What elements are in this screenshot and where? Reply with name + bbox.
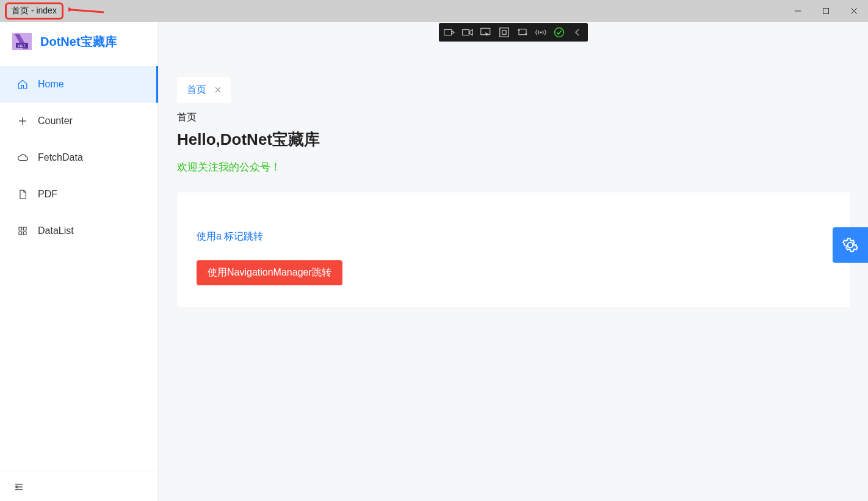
menu-collapse-icon (13, 481, 24, 492)
sidebar-item-label: Home (38, 79, 64, 90)
tab-label: 首页 (187, 84, 206, 97)
body: NET DotNet宝藏库 Home Counter (0, 22, 868, 501)
close-icon (850, 7, 858, 15)
topbar (159, 22, 868, 56)
svg-point-26 (555, 28, 564, 37)
sidebar-footer (0, 472, 158, 501)
debug-toolbar (439, 23, 588, 42)
titlebar: 首页 - index (0, 0, 868, 22)
brand: NET DotNet宝藏库 (0, 22, 158, 61)
sidebar-item-label: DataList (38, 225, 74, 236)
close-icon (215, 87, 221, 93)
nav: Home Counter FetchData (0, 61, 158, 472)
debug-tool-record[interactable] (458, 23, 477, 42)
breadcrumb: 首页 (159, 103, 868, 129)
debug-tool-refresh[interactable] (513, 23, 532, 42)
gear-icon (842, 237, 858, 253)
debug-tool-box[interactable] (495, 23, 513, 42)
sidebar-item-datalist[interactable]: DataList (0, 213, 158, 249)
content: 首页 首页 Hello,DotNet宝藏库 欢迎关注我的公众号！ 使用a 标记跳… (159, 22, 868, 501)
page-body: 首页 首页 Hello,DotNet宝藏库 欢迎关注我的公众号！ 使用a 标记跳… (159, 56, 868, 501)
tab-close-button[interactable] (215, 87, 221, 93)
grid-icon (17, 225, 28, 236)
file-icon (17, 189, 28, 200)
debug-tool-inspect[interactable] (477, 23, 495, 42)
page-heading: Hello,DotNet宝藏库 (159, 129, 868, 156)
svg-rect-24 (519, 29, 526, 35)
svg-rect-23 (502, 31, 506, 34)
svg-rect-19 (463, 30, 469, 35)
svg-rect-22 (500, 28, 508, 37)
svg-rect-3 (823, 9, 829, 14)
window-controls (784, 0, 868, 22)
cloud-icon (17, 152, 28, 163)
window-maximize-button[interactable] (812, 0, 840, 22)
debug-tool-ok[interactable] (550, 23, 568, 42)
window-title-highlight: 首页 - index (5, 2, 63, 20)
anchor-navigate-link[interactable]: 使用a 标记跳转 (197, 230, 263, 243)
svg-text:NET: NET (18, 44, 26, 48)
window-title: 首页 - index (12, 5, 57, 15)
sidebar-item-counter[interactable]: Counter (0, 103, 158, 139)
window-minimize-button[interactable] (784, 0, 812, 22)
brand-logo-icon: NET (11, 31, 33, 53)
annotation-arrow-icon (68, 4, 105, 18)
debug-tool-signal[interactable] (532, 23, 550, 42)
svg-rect-14 (23, 232, 26, 235)
svg-point-25 (540, 32, 542, 34)
minimize-icon (794, 7, 801, 15)
svg-rect-18 (444, 30, 452, 35)
tab-home[interactable]: 首页 (177, 77, 231, 103)
svg-marker-20 (470, 30, 473, 35)
sidebar-item-fetchdata[interactable]: FetchData (0, 139, 158, 176)
sidebar-item-label: FetchData (38, 152, 83, 163)
svg-rect-12 (23, 227, 26, 230)
svg-rect-21 (481, 28, 490, 35)
sidebar: NET DotNet宝藏库 Home Counter (0, 22, 159, 501)
plus-icon (17, 115, 28, 126)
window-close-button[interactable] (840, 0, 868, 22)
svg-rect-11 (19, 227, 22, 230)
tab-strip: 首页 (159, 56, 868, 103)
sidebar-item-label: Counter (38, 115, 73, 126)
collapse-sidebar-button[interactable] (13, 481, 24, 492)
card: 使用a 标记跳转 使用NavigationManager跳转 (177, 192, 850, 307)
brand-title: DotNet宝藏库 (40, 34, 117, 50)
welcome-text: 欢迎关注我的公众号！ (159, 156, 868, 186)
navigation-manager-button[interactable]: 使用NavigationManager跳转 (197, 260, 342, 285)
sidebar-item-label: PDF (38, 189, 57, 200)
breadcrumb-text: 首页 (177, 112, 197, 122)
debug-tool-collapse[interactable] (568, 23, 587, 42)
app-window: 首页 - index (0, 0, 868, 501)
settings-drawer-button[interactable] (833, 227, 868, 263)
sidebar-item-home[interactable]: Home (0, 66, 158, 103)
maximize-icon (822, 7, 830, 15)
svg-rect-13 (19, 232, 22, 235)
home-icon (17, 79, 28, 90)
sidebar-item-pdf[interactable]: PDF (0, 176, 158, 213)
debug-tool-1[interactable] (440, 23, 458, 42)
svg-line-1 (72, 10, 104, 12)
